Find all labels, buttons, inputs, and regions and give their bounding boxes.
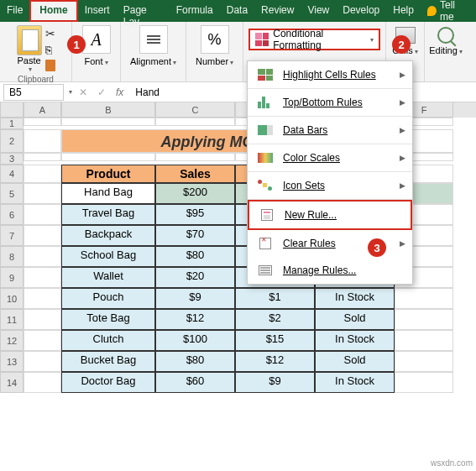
row-header-3[interactable]: 3 — [0, 153, 24, 165]
editing-button[interactable]: Editing▾ — [424, 25, 468, 57]
header-product[interactable]: Product — [61, 165, 155, 183]
select-all[interactable] — [0, 102, 24, 118]
tab-insert[interactable]: Insert — [78, 0, 117, 22]
cell[interactable] — [395, 351, 453, 372]
paste-label[interactable]: Paste — [17, 55, 40, 65]
cell-product[interactable]: Bucket Bag — [61, 351, 155, 372]
alignment-button[interactable] — [139, 25, 168, 54]
cell[interactable] — [24, 246, 61, 267]
row-header[interactable]: 13 — [0, 351, 24, 372]
cell-sales[interactable]: $20 — [155, 267, 235, 288]
cell[interactable] — [24, 309, 61, 330]
menu-manage-rules[interactable]: Manage Rules... — [248, 257, 412, 284]
cell-e[interactable]: Sold — [315, 351, 395, 372]
cell-product[interactable]: Travel Bag — [61, 204, 155, 225]
tab-view[interactable]: View — [301, 0, 336, 22]
cell-product[interactable]: School Bag — [61, 246, 155, 267]
cell-e[interactable]: In Stock — [315, 330, 395, 351]
menu-highlight-cells-rules[interactable]: Highlight Cells Rules▶ — [248, 61, 412, 88]
cell-sales[interactable]: $100 — [155, 330, 235, 351]
row-header[interactable]: 6 — [0, 204, 24, 225]
cell-product[interactable]: Wallet — [61, 267, 155, 288]
cell-d[interactable]: $2 — [235, 309, 315, 330]
cell[interactable] — [24, 204, 61, 225]
cell-sales[interactable]: $80 — [155, 246, 235, 267]
cell-sales[interactable]: $60 — [155, 372, 235, 393]
cell-d[interactable]: $1 — [235, 288, 315, 309]
cell-product[interactable]: Clutch — [61, 330, 155, 351]
cell[interactable] — [24, 267, 61, 288]
cell[interactable] — [395, 288, 453, 309]
cell[interactable] — [24, 351, 61, 372]
menu-color-scales[interactable]: Color Scales▶ — [248, 144, 412, 171]
tab-page-layout[interactable]: Page Lay — [117, 0, 170, 22]
tab-data[interactable]: Data — [220, 0, 254, 22]
cell[interactable] — [24, 288, 61, 309]
cell[interactable] — [24, 330, 61, 351]
menu-clear-rules[interactable]: Clear Rules▶ — [248, 230, 412, 257]
tab-developer[interactable]: Develop — [336, 0, 386, 22]
cut-icon[interactable]: ✂ — [45, 27, 55, 40]
cell[interactable] — [395, 372, 453, 393]
cell-e[interactable]: Sold — [315, 309, 395, 330]
cell[interactable] — [395, 309, 453, 330]
tab-help[interactable]: Help — [386, 0, 421, 22]
row-header[interactable]: 10 — [0, 288, 24, 309]
tab-review[interactable]: Review — [254, 0, 301, 22]
paste-icon[interactable] — [17, 25, 42, 55]
paste-dropdown-icon[interactable]: ▾ — [27, 65, 32, 73]
font-label[interactable]: Font▾ — [84, 56, 107, 66]
cell[interactable] — [395, 330, 453, 351]
cell[interactable] — [24, 183, 61, 204]
number-label[interactable]: Number▾ — [196, 56, 233, 66]
menu-top-bottom-rules[interactable]: Top/Bottom Rules▶ — [248, 89, 412, 116]
row-header[interactable]: 11 — [0, 309, 24, 330]
alignment-label[interactable]: Alignment▾ — [130, 56, 176, 66]
tab-file[interactable]: File — [0, 0, 29, 22]
cell-e[interactable]: In Stock — [315, 372, 395, 393]
col-b[interactable]: B — [61, 102, 155, 118]
cell-product[interactable]: Hand Bag — [61, 183, 155, 204]
cell-d[interactable]: $9 — [235, 372, 315, 393]
cell[interactable] — [24, 225, 61, 246]
header-sales[interactable]: Sales — [155, 165, 235, 183]
row-header[interactable]: 9 — [0, 267, 24, 288]
name-box[interactable] — [3, 84, 64, 101]
menu-new-rule[interactable]: New Rule... — [248, 200, 412, 230]
row-header-4[interactable]: 4 — [0, 165, 24, 183]
cell-e[interactable]: In Stock — [315, 288, 395, 309]
row-header[interactable]: 5 — [0, 183, 24, 204]
font-button[interactable]: A — [82, 25, 111, 54]
col-a[interactable]: A — [24, 102, 61, 118]
cell-product[interactable]: Backpack — [61, 225, 155, 246]
tab-tell-me[interactable]: Tell me — [421, 0, 476, 22]
tab-home[interactable]: Home — [29, 0, 77, 22]
menu-data-bars[interactable]: Data Bars▶ — [248, 117, 412, 144]
row-header[interactable]: 12 — [0, 330, 24, 351]
cell-product[interactable]: Tote Bag — [61, 309, 155, 330]
row-header[interactable]: 8 — [0, 246, 24, 267]
cell-sales[interactable]: $80 — [155, 351, 235, 372]
format-painter-icon[interactable] — [45, 60, 55, 71]
tab-formulas[interactable]: Formula — [170, 0, 220, 22]
cell-sales[interactable]: $70 — [155, 225, 235, 246]
copy-icon[interactable]: ⎘ — [45, 44, 55, 56]
cell-product[interactable]: Pouch — [61, 288, 155, 309]
fx-icon[interactable]: fx — [109, 86, 130, 98]
row-header[interactable]: 7 — [0, 225, 24, 246]
cell-sales[interactable]: $95 — [155, 204, 235, 225]
conditional-formatting-button[interactable]: Conditional Formatting ▾ — [248, 29, 380, 50]
cell-sales[interactable]: $9 — [155, 288, 235, 309]
cell-product[interactable]: Doctor Bag — [61, 372, 155, 393]
cell-sales[interactable]: $200 — [155, 183, 235, 204]
cell-d[interactable]: $15 — [235, 330, 315, 351]
number-format-button[interactable]: % — [201, 25, 229, 54]
row-header[interactable]: 14 — [0, 372, 24, 393]
cell[interactable] — [24, 372, 61, 393]
row-header-2[interactable]: 2 — [0, 129, 24, 153]
col-c[interactable]: C — [155, 102, 235, 118]
cell-sales[interactable]: $12 — [155, 309, 235, 330]
menu-icon-sets[interactable]: Icon Sets▶ — [248, 172, 412, 199]
cell-d[interactable]: $12 — [235, 351, 315, 372]
row-header-1[interactable]: 1 — [0, 118, 24, 129]
